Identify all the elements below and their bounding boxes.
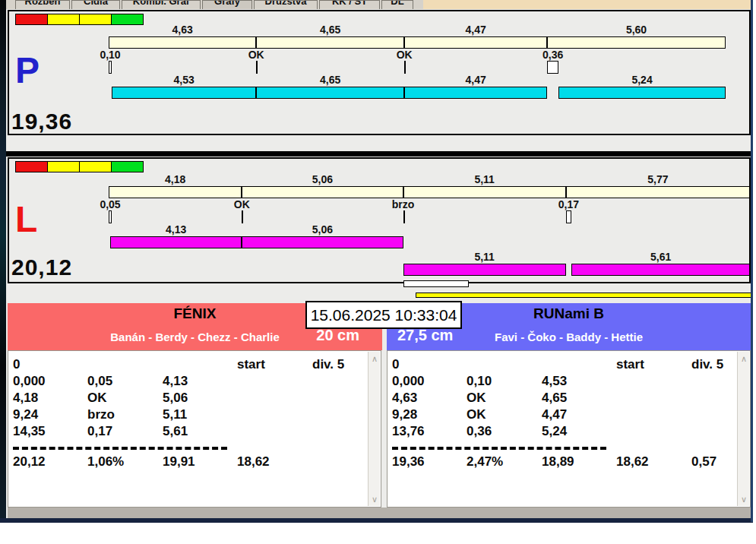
table-total-cell: 19,91 xyxy=(163,454,195,470)
table-total-cell: 20,12 xyxy=(13,454,46,470)
scroll-up-icon[interactable]: ∧ xyxy=(738,354,750,363)
total-bar-segment xyxy=(547,36,726,49)
table-total-cell: 19,36 xyxy=(392,454,425,470)
dog-time-label: 5,61 xyxy=(631,251,691,263)
dog-time-label: 5,11 xyxy=(454,251,515,263)
table-cell: 0,17 xyxy=(87,424,112,439)
changeover-tick-marker xyxy=(404,61,406,74)
changeover-box-marker xyxy=(109,210,112,223)
scroll-down-icon[interactable]: ∨ xyxy=(369,495,381,504)
dog-time-label: 4,13 xyxy=(146,223,207,236)
window-right-border xyxy=(751,0,753,522)
start-light-3 xyxy=(79,14,112,25)
total-bar-segment xyxy=(404,36,547,49)
lane-panel-right: P 19,36 4,634,654,475,600,10OKOK0,364,53… xyxy=(8,10,751,135)
leg-time-label: 4,18 xyxy=(145,173,206,185)
tab-kk-st[interactable]: KK / ST xyxy=(319,0,380,9)
tab-bar-filler xyxy=(423,0,751,9)
start-light-1 xyxy=(15,14,48,25)
lane-divider xyxy=(6,151,752,157)
bottom-gray-strip xyxy=(8,508,751,518)
changeover-label: 0,17 xyxy=(538,198,599,210)
app-window: RozbehČidlaKombi. GrafGrafyDružstvaKK / … xyxy=(0,0,756,544)
table-cell: 0,10 xyxy=(467,374,492,389)
overflow-marker-box xyxy=(403,280,469,287)
dog-time-label: 4,65 xyxy=(300,74,361,86)
leg-time-label: 4,47 xyxy=(445,24,506,36)
table-cell: 4,18 xyxy=(13,391,38,406)
jump-height-badge: 20 cm xyxy=(316,327,359,344)
lane-total-l: 20,12 xyxy=(11,255,72,280)
changeover-label: 0,10 xyxy=(80,49,141,61)
dog-bar-segment xyxy=(112,87,256,99)
table-cell: 4,63 xyxy=(392,391,417,406)
table-cell: 5,06 xyxy=(163,391,188,406)
dog-time-label: 5,24 xyxy=(612,74,672,86)
table-cell: OK xyxy=(467,407,486,422)
table-header-cell: start xyxy=(237,357,265,372)
dog-time-label: 5,06 xyxy=(292,223,353,236)
changeover-box-marker xyxy=(109,61,112,74)
lane-letter-l: L xyxy=(15,203,37,236)
vertical-scrollbar[interactable]: ∧∨ xyxy=(737,352,749,506)
run-table-runami: 0startdiv. 50,0000,104,534,63OK4,659,28O… xyxy=(387,350,751,508)
tab-label: Družstva xyxy=(255,0,317,7)
changeover-box-marker xyxy=(566,210,571,223)
dog-bar-segment xyxy=(256,87,404,99)
tab--idla[interactable]: Čidla xyxy=(71,0,120,9)
lane-letter-p: P xyxy=(15,54,40,87)
table-separator xyxy=(392,447,606,450)
scroll-up-icon[interactable]: ∧ xyxy=(369,354,381,363)
total-bar-segment xyxy=(242,186,403,198)
tab-kombi-graf[interactable]: Kombi. Graf xyxy=(122,0,201,9)
table-cell: 9,28 xyxy=(392,407,417,422)
datetime-display: 15.06.2025 10:33:04 xyxy=(305,301,462,329)
tab-label: Rozbeh xyxy=(16,0,69,7)
tab-label: DL xyxy=(382,0,413,7)
table-cell: 0,36 xyxy=(467,424,492,439)
table-total-cell: 0,57 xyxy=(691,454,716,470)
table-header-cell: start xyxy=(616,357,644,372)
scroll-down-icon[interactable]: ∨ xyxy=(738,495,750,504)
table-cell: 14,35 xyxy=(13,424,46,439)
tab-label: KK / ST xyxy=(320,0,379,7)
window-bottom-border xyxy=(0,518,753,523)
table-header-cell: div. 5 xyxy=(312,357,344,372)
dog-bar-segment xyxy=(403,264,566,276)
changeover-label: 0,36 xyxy=(523,49,584,61)
table-total-cell: 18,62 xyxy=(237,454,270,470)
tab-dl[interactable]: DL xyxy=(381,0,413,9)
table-cell: 13,76 xyxy=(392,424,425,439)
screen-edge-left xyxy=(0,0,6,522)
table-cell: 0,000 xyxy=(13,374,46,389)
changeover-label: brzo xyxy=(373,198,434,210)
total-bar-segment xyxy=(403,186,566,198)
dog-bar-segment xyxy=(558,87,726,99)
lane-total-p: 19,36 xyxy=(11,109,72,134)
tab-dru-stva[interactable]: Družstva xyxy=(254,0,318,9)
dog-time-label: 4,47 xyxy=(445,74,506,86)
start-light-3 xyxy=(79,161,112,172)
tab-bar: RozbehČidlaKombi. GrafGrafyDružstvaKK / … xyxy=(6,0,753,9)
table-cell: 5,24 xyxy=(542,424,567,439)
vertical-scrollbar[interactable]: ∧∨ xyxy=(368,352,380,506)
tab-grafy[interactable]: Grafy xyxy=(202,0,252,9)
start-light-4 xyxy=(111,14,144,25)
total-bar-segment xyxy=(256,36,404,49)
table-cell: 4,53 xyxy=(542,374,567,389)
table-separator xyxy=(13,447,227,450)
table-total-cell: 18,89 xyxy=(542,454,574,470)
tab-label: Grafy xyxy=(203,0,251,7)
table-cell: 5,11 xyxy=(163,407,187,422)
changeover-label: OK xyxy=(226,49,286,61)
leg-time-label: 5,60 xyxy=(606,24,667,36)
table-cell: 0,05 xyxy=(87,374,112,389)
leg-time-label: 5,11 xyxy=(454,173,515,185)
dog-bar-segment xyxy=(571,264,750,276)
tab-label: Kombi. Graf xyxy=(122,0,200,7)
table-cell: brzo xyxy=(87,407,115,422)
leg-time-label: 4,65 xyxy=(300,24,361,36)
changeover-label: 0,05 xyxy=(80,198,141,210)
dog-bar-segment xyxy=(242,236,403,248)
tab-rozbeh[interactable]: Rozbeh xyxy=(15,0,70,9)
